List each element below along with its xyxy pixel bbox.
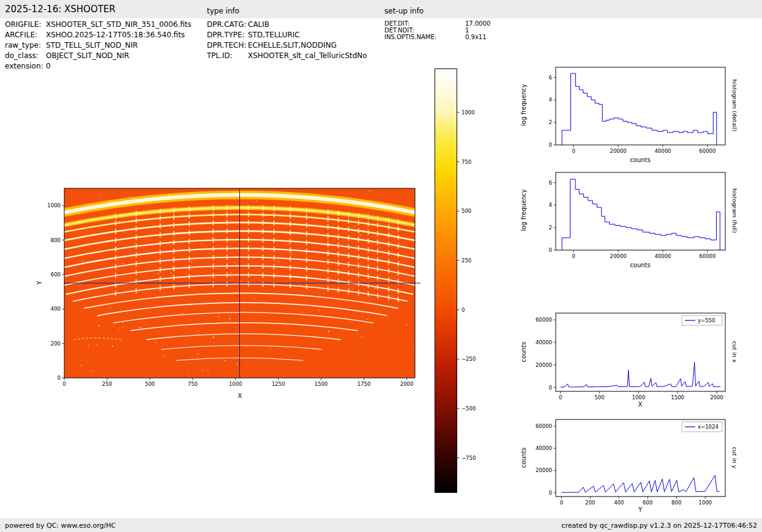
info-row-insopti5: INS.OPTI5.NAME:0.9x11 (384, 34, 490, 40)
type-info-column: DPR.CATG:CALIB DPR.TYPE:STD,TELLURIC DPR… (207, 19, 367, 61)
info-row-rawtype: raw_type:STD_TELL_SLIT_NOD_NIR (5, 40, 192, 50)
info-value: OBJECT_SLIT_NOD_NIR (46, 51, 129, 60)
svg-text:0: 0 (549, 142, 552, 148)
histogram-detail-ylabel: log frequency (520, 68, 527, 142)
info-row-arcfile: ARCFILE:XSHOO.2025-12-17T05:18:36.540.fi… (5, 29, 192, 40)
info-row-extension: extension:0 (5, 61, 192, 71)
svg-text:0: 0 (62, 381, 65, 387)
cut-in-y-ylabel: counts (520, 421, 527, 495)
svg-text:400: 400 (51, 306, 61, 312)
svg-text:40000: 40000 (536, 339, 552, 345)
svg-text:40000: 40000 (654, 253, 671, 259)
info-row-tplid: TPL.ID:XSHOOTER_slt_cal_TelluricStdNo (207, 50, 367, 61)
svg-text:20000: 20000 (610, 148, 627, 154)
footer-right-text: created by qc_rawdisp.py v1.2.3 on 2025-… (561, 522, 757, 530)
svg-text:4: 4 (549, 202, 552, 208)
histogram-full-xlabel: counts (610, 262, 671, 268)
info-label: TPL.ID: (207, 51, 248, 60)
info-label: INS.OPTI5.NAME: (384, 34, 465, 40)
file-info-column: ORIGFILE:XSHOOTER_SLT_STD_NIR_351_0006.f… (5, 19, 192, 71)
cut-in-x-xlabel: X (610, 401, 671, 408)
svg-text:0: 0 (549, 490, 552, 496)
histogram-detail-plot: 02000040000600000246 (524, 62, 733, 162)
cut-in-x-ylabel: counts (520, 316, 527, 389)
qc-report-page: 2025-12-16: XSHOOTER type info set-up in… (0, 0, 762, 532)
info-row-detndit: DET.NDIT:1 (384, 27, 490, 34)
svg-text:x=1024: x=1024 (698, 424, 719, 430)
svg-text:1000: 1000 (47, 202, 61, 209)
histogram-detail-side-label: histogram (detail) (731, 69, 738, 142)
svg-text:2: 2 (549, 119, 552, 125)
svg-text:−250: −250 (461, 356, 476, 362)
svg-text:1250: 1250 (272, 381, 285, 387)
svg-text:0: 0 (560, 500, 563, 506)
svg-text:2000: 2000 (710, 394, 723, 401)
histogram-full-side-label: histogram (full) (731, 174, 738, 248)
footer-left-text: powered by QC: www.eso.org/HC (5, 522, 116, 530)
info-label: DET.DIT: (384, 20, 465, 27)
page-title: 2025-12-16: XSHOOTER (5, 4, 116, 15)
svg-text:800: 800 (51, 237, 61, 243)
info-row-doclass: do_class:OBJECT_SLIT_NOD_NIR (5, 50, 192, 61)
svg-text:500: 500 (145, 381, 155, 387)
colorbar: 10007505002500−250−500−750 (435, 64, 474, 497)
svg-text:y=550: y=550 (698, 317, 715, 323)
info-value: ECHELLE,SLIT,NODDING (248, 41, 337, 50)
svg-text:500: 500 (461, 208, 471, 214)
svg-text:20000: 20000 (536, 362, 552, 368)
info-row-origfile: ORIGFILE:XSHOOTER_SLT_STD_NIR_351_0006.f… (5, 19, 192, 29)
svg-text:−500: −500 (461, 405, 476, 412)
cut-in-y-xlabel: Y (610, 506, 671, 513)
info-row-dprcatg: DPR.CATG:CALIB (207, 19, 367, 29)
header-bar: 2025-12-16: XSHOOTER type info set-up in… (0, 0, 762, 18)
info-value: XSHOO.2025-12-17T05:18:36.540.fits (46, 31, 185, 39)
svg-text:250: 250 (461, 257, 471, 264)
cut-in-x-plot: 05001000150020000200004000060000y=550 (524, 308, 733, 408)
svg-text:1000: 1000 (461, 109, 475, 116)
cut-in-y-side-label: cut in y (731, 421, 738, 495)
info-label: raw_type: (5, 41, 46, 50)
info-label: DPR.TYPE: (207, 31, 248, 39)
setup-info-column: DET.DIT:17.0000 DET.NDIT:1 INS.OPTI5.NAM… (384, 20, 490, 40)
svg-text:40000: 40000 (654, 148, 671, 154)
footer-bar: powered by QC: www.eso.org/HC created by… (0, 519, 762, 532)
svg-text:1500: 1500 (671, 394, 684, 401)
info-value: CALIB (248, 20, 269, 29)
histogram-full-ylabel: log frequency (520, 174, 527, 247)
svg-text:750: 750 (188, 381, 198, 387)
info-label: DPR.TECH: (207, 41, 248, 50)
svg-text:20000: 20000 (610, 253, 627, 259)
svg-text:20000: 20000 (536, 467, 552, 473)
svg-text:1750: 1750 (357, 381, 371, 387)
info-row-detdit: DET.DIT:17.0000 (384, 20, 490, 27)
info-row-dprtech: DPR.TECH:ECHELLE,SLIT,NODDING (207, 40, 367, 50)
info-label: DET.NDIT: (384, 27, 465, 34)
svg-text:60000: 60000 (536, 423, 552, 429)
histogram-detail-xlabel: counts (610, 157, 671, 163)
svg-text:0: 0 (572, 253, 575, 259)
svg-text:400: 400 (614, 500, 624, 506)
svg-text:800: 800 (671, 500, 681, 506)
svg-text:1000: 1000 (632, 394, 645, 401)
svg-text:0: 0 (549, 247, 552, 253)
svg-text:0: 0 (572, 148, 575, 154)
info-label: do_class: (5, 51, 46, 60)
svg-text:200: 200 (585, 500, 595, 506)
raw-frame-xlabel: X (209, 393, 271, 399)
svg-text:2: 2 (549, 224, 552, 231)
raw-frame-axes: 0250500750100012501500175020000200400600… (37, 183, 430, 405)
svg-text:0: 0 (549, 385, 552, 391)
info-label: DPR.CATG: (207, 20, 248, 29)
type-info-heading: type info (207, 7, 239, 15)
info-label: ORIGFILE: (5, 20, 46, 29)
svg-text:−750: −750 (461, 455, 476, 461)
svg-text:6: 6 (549, 180, 552, 186)
info-value: STD,TELLURIC (248, 31, 300, 39)
svg-text:6: 6 (549, 75, 552, 81)
setup-info-heading: set-up info (384, 7, 424, 15)
svg-text:600: 600 (643, 500, 652, 506)
svg-text:250: 250 (102, 381, 112, 387)
raw-frame-ylabel: Y (36, 271, 43, 295)
svg-text:1000: 1000 (229, 381, 242, 387)
cut-in-x-side-label: cut in x (731, 316, 738, 389)
